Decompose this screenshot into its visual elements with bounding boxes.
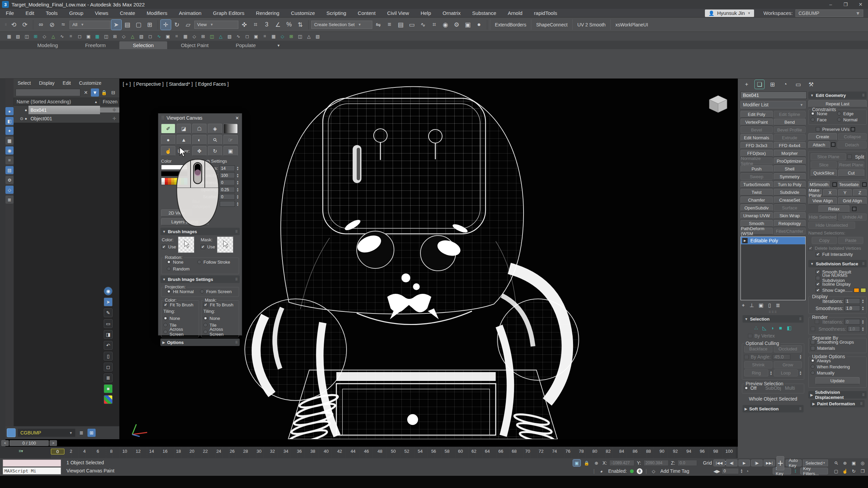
timeline-tick[interactable]: 42 <box>333 449 347 454</box>
filter-shapes-icon[interactable]: ◧ <box>5 117 14 125</box>
smooth-modifier-button[interactable]: Smooth <box>741 220 773 227</box>
menu-content[interactable]: Content <box>352 10 381 16</box>
timeline-tick[interactable]: 30 <box>252 449 266 454</box>
workspace-selector-dropdown[interactable]: CGBUMP▼ <box>18 429 75 437</box>
quickslice-button[interactable]: QuickSlice <box>811 169 837 177</box>
surface-modifier-button[interactable]: Surface <box>774 204 806 211</box>
panel-divider[interactable]: ⠿⠿⠿ <box>741 310 806 314</box>
ribbon-tool-icon[interactable]: △ <box>217 33 224 40</box>
cage-selected-color-swatch[interactable] <box>861 288 866 292</box>
ribbon-tool-icon[interactable]: △ <box>50 33 57 40</box>
previous-frame-nav-button[interactable]: < <box>1 440 9 446</box>
ribbon-tool-icon[interactable]: ◫ <box>208 33 216 40</box>
rectangular-selection-icon[interactable]: ▢ <box>134 20 144 30</box>
filter-lights-icon[interactable]: ✦ <box>5 127 14 135</box>
menu-civil-view[interactable]: Civil View <box>381 10 415 16</box>
timeline-tick[interactable]: 78 <box>575 449 588 454</box>
color-swatch-multi[interactable]: ▦ <box>104 395 113 404</box>
dialog-title-bar[interactable]: ⠿ Viewport Canvas ✕ <box>158 114 242 122</box>
time-ruler[interactable]: 0246810121416182022242628303234363840424… <box>51 447 736 458</box>
spinner[interactable]: ▲▼ <box>236 173 239 178</box>
ribbon-tool-icon[interactable]: ▣ <box>85 33 92 40</box>
material-override-icon[interactable]: ◕ <box>598 468 605 474</box>
sweep-modifier-button[interactable]: Sweep <box>741 173 773 180</box>
xsworkplaneui-button[interactable]: xsWorkPlaneUI <box>610 20 653 30</box>
ffd-box-modifier-button[interactable]: FFD(box) <box>741 150 773 157</box>
paint-brush-icon[interactable]: ✐ <box>161 124 175 134</box>
msmooth-settings-icon[interactable] <box>832 182 837 187</box>
explorer-menu-select[interactable]: Select <box>14 80 35 86</box>
ribbon-tool-icon[interactable]: ◫ <box>102 33 110 40</box>
zoom-extents-icon[interactable]: ▣ <box>850 460 858 466</box>
ribbon-tool-icon[interactable]: ▧ <box>14 33 22 40</box>
soft-selection-rollout[interactable]: ▶Soft Selection⠿ <box>743 405 804 412</box>
layers-stack-icon[interactable]: ≣ <box>77 429 85 437</box>
ribbon-toggle-icon[interactable]: ▭ <box>407 20 417 30</box>
unhide-all-button[interactable]: Unhide All <box>838 214 867 221</box>
display-smoothness-field[interactable]: 1.0 <box>845 305 860 311</box>
isolate-selection-icon[interactable]: ▣ <box>573 460 580 466</box>
timeline[interactable]: ≡▾ 0246810121416182022242628303234363840… <box>0 447 738 458</box>
collapse-button[interactable]: Collapse <box>838 133 867 140</box>
auto-key-button[interactable]: Auto Key <box>786 460 802 466</box>
show-end-result-icon[interactable]: ⊥ <box>749 302 754 308</box>
dodge-burn-icon[interactable]: ◐ <box>192 135 206 145</box>
constraint-face-radio[interactable] <box>811 118 815 122</box>
timeline-tick[interactable]: 18 <box>172 449 185 454</box>
explorer-search-input[interactable] <box>16 89 80 96</box>
tessellate-button[interactable]: Tessellate <box>838 181 860 188</box>
scatter-field[interactable]: 0 <box>219 194 235 200</box>
timeline-tick[interactable]: 76 <box>561 449 575 454</box>
gradient-icon[interactable] <box>223 124 238 134</box>
spacing-field[interactable]: 0.25 <box>219 187 235 192</box>
timeline-tick[interactable]: 10 <box>118 449 132 454</box>
paint-deformation-rollout[interactable]: ▶Paint Deformation⠿ <box>810 400 865 407</box>
copy-button[interactable]: Copy <box>812 237 837 244</box>
preserve-uvs-settings-icon[interactable] <box>851 127 855 131</box>
filter-helpers-icon[interactable]: ◉ <box>5 146 14 155</box>
eraser-icon[interactable]: ◪ <box>177 124 191 134</box>
orbit-icon[interactable]: ↻ <box>850 468 858 474</box>
timeline-tick[interactable]: 28 <box>239 449 253 454</box>
menu-rendering[interactable]: Rendering <box>250 10 285 16</box>
ribbon-tool-icon[interactable]: ◇ <box>279 33 286 40</box>
maxscript-mini-listener-pink[interactable] <box>3 460 61 467</box>
menu-arnold[interactable]: Arnold <box>502 10 528 16</box>
tab-selection[interactable]: Selection <box>119 41 167 49</box>
ribbon-tool-icon[interactable]: ∿ <box>58 33 66 40</box>
maximize-viewport-icon[interactable]: ❐ <box>859 468 867 474</box>
absolute-mode-icon[interactable]: ⊕ <box>593 460 600 466</box>
toolbar-grip[interactable]: ⠿ <box>5 23 8 26</box>
palette-color[interactable] <box>171 182 175 185</box>
display-iterations-field[interactable]: 1 <box>845 298 860 304</box>
timeline-tick[interactable]: 70 <box>521 449 534 454</box>
blur-sharpen-field[interactable] <box>220 201 235 207</box>
timeline-tick[interactable]: 72 <box>534 449 548 454</box>
preview-off-radio[interactable] <box>744 386 748 390</box>
turbosmooth-modifier-button[interactable]: TurboSmooth <box>741 181 773 188</box>
menu-tools[interactable]: Tools <box>40 10 63 16</box>
timeline-tick[interactable]: 20 <box>185 449 199 454</box>
mirror-icon[interactable]: ⇋ <box>373 20 383 30</box>
filter-funnel-icon[interactable]: ▼ <box>91 88 99 97</box>
next-frame-button[interactable]: |▶ <box>751 460 763 466</box>
select-and-scale-icon[interactable]: ▱ <box>183 20 193 30</box>
set-keys-button[interactable]: + <box>776 456 784 470</box>
hide-selected-button[interactable]: Hide Selected <box>808 214 837 221</box>
hardness-field[interactable]: 0 <box>219 180 235 185</box>
align-icon[interactable]: ≡ <box>384 20 395 30</box>
timeline-tick[interactable]: 92 <box>669 449 682 454</box>
extrude-modifier-button[interactable]: Extrude <box>774 134 806 141</box>
vertexpaint-modifier-button[interactable]: VertexPaint <box>741 119 773 125</box>
color-tiling-none-radio[interactable] <box>163 316 167 320</box>
ribbon-tool-icon[interactable]: ◇ <box>41 33 48 40</box>
ring-button[interactable]: Ring <box>744 369 768 377</box>
expand-tree-icon[interactable]: ⊟ <box>109 88 117 97</box>
update-manually-radio[interactable] <box>811 371 815 375</box>
menu-rapidtools[interactable]: rapidTools <box>528 10 563 16</box>
ribbon-tool-icon[interactable]: ▦ <box>94 33 101 40</box>
palette-color[interactable] <box>165 182 168 185</box>
timeline-tick[interactable]: 12 <box>132 449 145 454</box>
zoom-icon[interactable]: ⚲ <box>831 458 841 468</box>
bend-modifier-button[interactable]: Bend <box>774 119 806 125</box>
